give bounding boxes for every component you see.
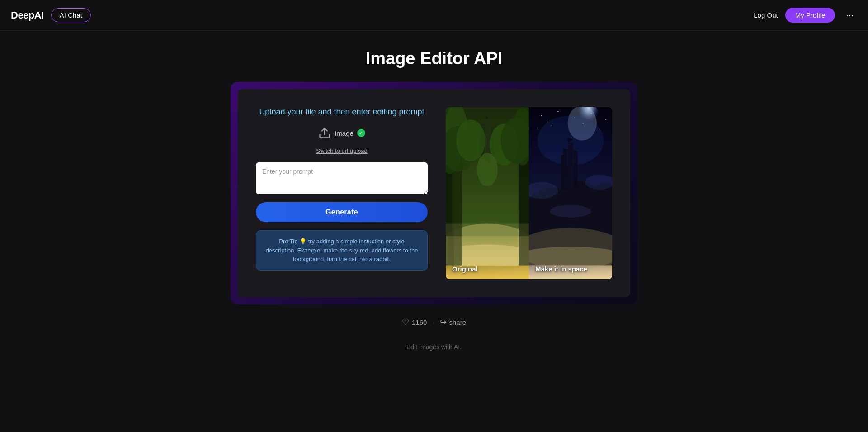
page-title: Image Editor API [0,49,868,68]
share-label: share [449,318,467,326]
like-button[interactable]: ♡ 1160 [402,317,427,327]
right-panel: Original [446,107,612,279]
original-image-half: Original [446,107,529,279]
svg-point-43 [529,247,612,265]
prompt-textarea[interactable] [256,162,428,194]
space-svg [529,107,612,266]
footer-text: Edit images with AI. [406,343,462,351]
generate-button[interactable]: Generate [256,202,428,222]
upload-icon-row: Image ✓ [318,127,365,139]
svg-point-20 [477,153,498,186]
header: DeepAI AI Chat Log Out My Profile ··· [0,0,868,31]
svg-point-28 [605,119,606,120]
svg-point-46 [550,205,591,218]
edited-image-label: Make it in space [535,265,587,273]
dot-separator: · [432,318,434,326]
svg-rect-22 [446,236,529,265]
edited-image-half: Make it in space [529,107,612,279]
header-right: Log Out My Profile ··· [754,8,857,23]
edited-image-canvas [529,107,612,279]
original-image-canvas [446,107,529,279]
logout-button[interactable]: Log Out [754,11,778,19]
upload-icon [318,127,331,139]
page-title-section: Image Editor API [0,31,868,82]
main-container: Upload your file and then enter editing … [0,82,868,304]
upload-prompt-text: Upload your file and then enter editing … [259,107,424,117]
heart-icon: ♡ [402,317,409,327]
upload-check-icon: ✓ [357,129,365,137]
my-profile-button[interactable]: My Profile [785,8,835,23]
svg-point-24 [541,115,542,116]
original-image-label: Original [452,265,478,273]
logo: DeepAI [11,9,44,21]
svg-point-17 [456,120,485,161]
like-count: 1160 [412,318,427,326]
card-wrapper: Upload your file and then enter editing … [231,82,637,304]
share-icon: ↪ [440,317,447,327]
share-button[interactable]: ↪ share [440,317,467,327]
upload-area[interactable]: Image ✓ [318,127,365,139]
header-left: DeepAI AI Chat [11,8,91,22]
forest-svg [446,107,529,266]
pro-tip-box: Pro Tip 💡 try adding a simple instuction… [256,230,428,271]
svg-rect-38 [568,142,574,192]
page-footer: Edit images with AI. [0,336,868,358]
more-button[interactable]: ··· [842,8,857,22]
svg-point-29 [537,128,538,128]
social-row: ♡ 1160 · ↪ share [0,304,868,336]
svg-point-32 [547,122,548,122]
svg-rect-40 [574,151,577,189]
svg-rect-39 [561,155,564,190]
card-inner: Upload your file and then enter editing … [238,89,630,297]
ai-chat-button[interactable]: AI Chat [51,8,91,22]
upload-label: Image [335,129,354,137]
left-panel: Upload your file and then enter editing … [256,107,428,279]
switch-url-button[interactable]: Switch to url upload [316,147,367,154]
svg-point-25 [557,111,558,112]
